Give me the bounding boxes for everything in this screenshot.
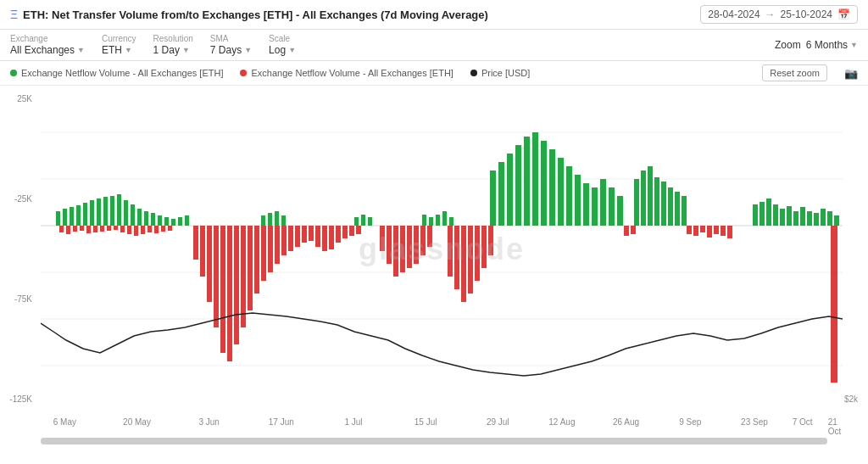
svg-rect-46 xyxy=(549,149,555,226)
svg-rect-17 xyxy=(124,200,128,226)
svg-rect-75 xyxy=(834,215,839,226)
svg-rect-74 xyxy=(827,211,832,226)
resolution-value: 1 Day xyxy=(153,44,180,56)
legend-item-red: Exchange Netflow Volume - All Exchanges … xyxy=(240,68,453,78)
svg-rect-37 xyxy=(442,211,447,226)
svg-rect-108 xyxy=(295,226,300,247)
date-range[interactable]: 28-04-2024 → 25-10-2024 📅 xyxy=(700,5,858,24)
exchange-value: All Exchanges xyxy=(10,44,75,56)
svg-rect-57 xyxy=(648,166,653,226)
svg-rect-140 xyxy=(721,226,726,236)
y-label-neg25k: -25K xyxy=(0,194,37,204)
svg-rect-142 xyxy=(831,226,837,383)
svg-rect-96 xyxy=(214,226,219,327)
y-label-25k: 25K xyxy=(0,94,37,103)
svg-rect-31 xyxy=(354,217,359,226)
svg-rect-38 xyxy=(449,217,453,226)
chart-area: 25K -25K -75K -125K $2k xyxy=(0,86,868,438)
svg-rect-114 xyxy=(336,226,341,243)
x-label: 9 Sep xyxy=(679,417,701,427)
x-label: 1 Jul xyxy=(344,417,362,427)
resolution-select[interactable]: 1 Day ▼ xyxy=(153,44,193,56)
svg-rect-55 xyxy=(634,179,639,226)
svg-rect-25 xyxy=(178,217,182,226)
svg-rect-100 xyxy=(241,226,246,327)
y-label-neg75k: -75K xyxy=(0,294,37,304)
svg-rect-33 xyxy=(368,217,372,226)
camera-icon[interactable]: 📷 xyxy=(844,67,858,80)
svg-rect-105 xyxy=(275,226,280,264)
sma-select[interactable]: 7 Days ▼ xyxy=(210,44,252,56)
x-label: 3 Jun xyxy=(198,417,219,427)
svg-rect-66 xyxy=(773,204,778,226)
svg-rect-14 xyxy=(103,197,108,226)
legend-label-black: Price [USD] xyxy=(481,68,530,78)
svg-rect-68 xyxy=(787,206,792,226)
svg-rect-93 xyxy=(193,226,198,260)
controls-bar: Exchange All Exchanges ▼ Currency ETH ▼ … xyxy=(0,30,868,61)
chart-plot: glassnode xyxy=(41,86,843,412)
svg-rect-15 xyxy=(110,196,114,226)
exchange-select[interactable]: All Exchanges ▼ xyxy=(10,44,85,56)
sma-label: SMA xyxy=(210,34,252,43)
svg-rect-39 xyxy=(490,171,496,226)
currency-select[interactable]: ETH ▼ xyxy=(102,44,136,56)
svg-rect-113 xyxy=(329,226,334,249)
x-label: 23 Sep xyxy=(741,417,768,427)
exchange-dropdown-arrow: ▼ xyxy=(77,46,85,54)
legend-item-black: Price [USD] xyxy=(470,68,530,78)
svg-rect-59 xyxy=(661,182,666,226)
zoom-value: 6 Months xyxy=(806,39,848,51)
svg-rect-106 xyxy=(281,226,287,255)
svg-rect-52 xyxy=(600,179,606,226)
svg-rect-76 xyxy=(59,226,64,232)
svg-rect-120 xyxy=(393,226,398,277)
scale-value: Log xyxy=(269,44,286,56)
x-label: 15 Jul xyxy=(415,417,437,427)
scrollbar-thumb[interactable] xyxy=(41,438,827,444)
sma-value: 7 Days xyxy=(210,44,242,56)
resolution-dropdown-arrow: ▼ xyxy=(182,46,190,54)
scale-select[interactable]: Log ▼ xyxy=(269,44,296,56)
svg-rect-79 xyxy=(80,226,84,231)
svg-rect-137 xyxy=(700,226,705,232)
svg-rect-112 xyxy=(322,226,327,251)
svg-rect-41 xyxy=(507,154,513,226)
svg-rect-65 xyxy=(766,198,771,226)
x-label: 6 May xyxy=(53,417,76,427)
svg-rect-13 xyxy=(97,198,101,226)
svg-rect-128 xyxy=(461,226,466,302)
y-label-right-2k: $2k xyxy=(844,394,868,404)
reset-zoom-button[interactable]: Reset zoom xyxy=(762,64,827,81)
svg-rect-101 xyxy=(248,226,253,310)
svg-rect-88 xyxy=(141,226,145,234)
svg-rect-29 xyxy=(275,211,279,226)
x-label: 21 Oct xyxy=(828,417,842,436)
date-arrow: → xyxy=(765,8,776,20)
svg-rect-28 xyxy=(268,213,272,226)
svg-rect-16 xyxy=(117,194,121,226)
svg-rect-135 xyxy=(687,226,692,234)
svg-rect-34 xyxy=(422,215,426,226)
eth-icon: Ξ xyxy=(10,8,18,21)
legend-dot-red xyxy=(240,70,247,76)
svg-rect-58 xyxy=(654,177,659,226)
svg-rect-9 xyxy=(70,207,74,226)
scale-control: Scale Log ▼ xyxy=(269,34,296,56)
date-to: 25-10-2024 xyxy=(781,8,832,20)
svg-rect-12 xyxy=(90,200,94,226)
svg-rect-63 xyxy=(753,204,758,226)
svg-rect-81 xyxy=(93,226,97,232)
svg-rect-73 xyxy=(821,209,826,226)
svg-rect-56 xyxy=(641,171,646,226)
svg-rect-136 xyxy=(693,226,698,236)
svg-rect-119 xyxy=(387,226,392,264)
svg-rect-22 xyxy=(158,215,162,226)
currency-value: ETH xyxy=(102,44,122,56)
scrollbar-area[interactable] xyxy=(41,438,827,444)
svg-rect-77 xyxy=(66,226,70,234)
svg-rect-45 xyxy=(541,141,547,226)
chart-title: ETH: Net Transfer Volume from/to Exchang… xyxy=(23,8,488,21)
zoom-select[interactable]: 6 Months ▼ xyxy=(806,39,858,51)
zoom-dropdown-arrow: ▼ xyxy=(850,41,858,49)
